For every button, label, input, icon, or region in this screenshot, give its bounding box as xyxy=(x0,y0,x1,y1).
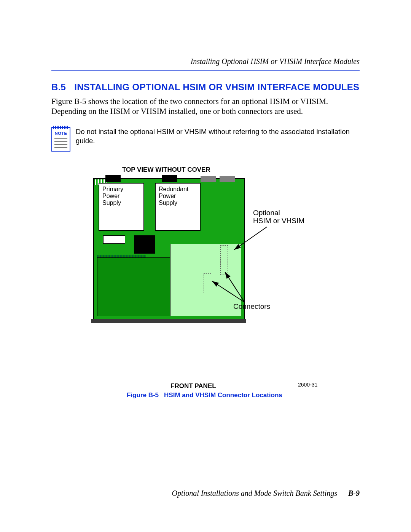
connector-2 xyxy=(220,245,228,275)
psu-primary: Primary Power Supply xyxy=(99,183,144,231)
callout-optional: Optional HSIM or VHSIM xyxy=(253,209,304,225)
figure: TOP VIEW WITHOUT COVER Primary Power Sup… xyxy=(93,166,360,399)
psu-redundant: Redundant Power Supply xyxy=(155,183,201,231)
footer-page-number: B-9 xyxy=(348,489,360,497)
footer-text: Optional Installations and Mode Switch B… xyxy=(172,489,337,497)
page-footer: Optional Installations and Mode Switch B… xyxy=(172,489,360,498)
running-head: Installing Optional HSIM or VHSIM Interf… xyxy=(51,57,360,66)
figure-caption-text: HSIM and VHSIM Connector Locations xyxy=(164,391,282,399)
figure-bottom-label: FRONT PANEL xyxy=(170,382,216,390)
section-number: B.5 xyxy=(51,82,66,92)
section-title-text: INSTALLING OPTIONAL HSIM OR VHSIM INTERF… xyxy=(74,82,359,92)
figure-caption-lead: Figure B-5 xyxy=(127,391,159,399)
figure-code: 2600-31 xyxy=(298,382,317,388)
header-rule xyxy=(51,70,360,71)
section-heading: B.5INSTALLING OPTIONAL HSIM OR VHSIM INT… xyxy=(51,82,360,93)
body-paragraph: Figure B-5 shows the location of the two… xyxy=(51,96,360,117)
board-diagram: Primary Power Supply Redundant Power Sup… xyxy=(93,178,245,320)
note-icon-label: NOTE xyxy=(52,131,70,136)
connector-1 xyxy=(204,273,211,293)
figure-top-label: TOP VIEW WITHOUT COVER xyxy=(122,166,210,174)
note-block: NOTE Do not install the optional HSIM or… xyxy=(51,127,360,152)
figure-caption: Figure B-5HSIM and VHSIM Connector Locat… xyxy=(127,391,282,399)
note-icon: NOTE xyxy=(51,127,70,152)
note-text: Do not install the optional HSIM or VHSI… xyxy=(76,127,360,146)
callout-connectors: Connectors xyxy=(233,302,270,311)
